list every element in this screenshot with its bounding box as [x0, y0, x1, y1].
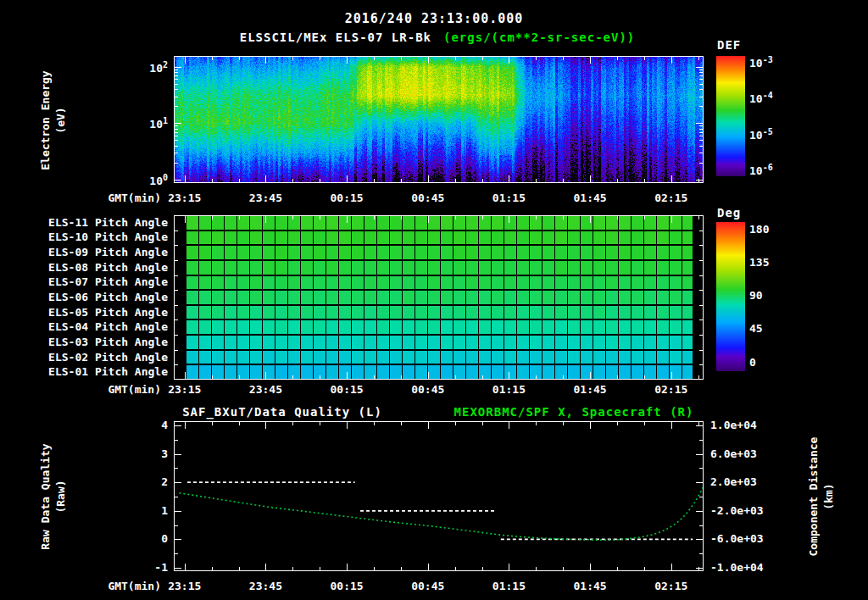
x-tick-00:15: 00:15 [331, 383, 364, 396]
pitch-row-label-11: ELS-01 Pitch Angle [25, 365, 168, 378]
pitch-row-label-6: ELS-06 Pitch Angle [25, 291, 168, 303]
x-tick-01:45: 01:45 [573, 192, 606, 204]
panel1-title: ELSSCIL/MEx ELS-07 LR-Bk [240, 31, 431, 44]
pitch-row-label-4: ELS-08 Pitch Angle [25, 261, 168, 274]
cb2-tick-45: 45 [749, 322, 763, 335]
x-tick-00:45: 00:45 [411, 383, 444, 396]
x-tick-23:45: 23:45 [249, 580, 282, 592]
quality-distance-plot-canvas [174, 421, 704, 571]
p3-right-tick-1.0e+04: 1.0e+04 [710, 419, 757, 431]
cb1-tick-10e-4: 10-4 [749, 91, 773, 105]
x-tick-02:15: 02:15 [654, 383, 687, 396]
panel1-ylabel: Electron Energy (eV) [38, 53, 70, 188]
p3-left-tick-4: 4 [119, 419, 168, 431]
p3-right-tick-2.0e+03: 2.0e+03 [710, 475, 757, 488]
panel3-left-ylabel: Raw Data Quality (Raw) [38, 429, 70, 564]
p3-right-tick--1.0e+04: -1.0e+04 [710, 561, 764, 574]
panel1-units: (ergs/(cm**2-sr-sec-eV)) [443, 31, 635, 44]
panel3-title-right: MEXORBMC/SPF X, Spacecraft (R) [454, 405, 694, 419]
x-tick-01:15: 01:15 [492, 383, 526, 396]
p3-right-tick--2.0e+03: -2.0e+03 [710, 504, 764, 517]
pitch-row-label-1: ELS-11 Pitch Angle [25, 216, 168, 229]
pitch-row-label-3: ELS-09 Pitch Angle [25, 246, 168, 258]
gmt-label-1: GMT(min) [88, 192, 161, 204]
x-tick-00:45: 00:45 [411, 580, 444, 592]
cb2-tick-90: 90 [749, 289, 763, 302]
def-colorbar-canvas [716, 56, 745, 176]
energy-spectrogram-canvas [174, 56, 704, 183]
x-tick-01:45: 01:45 [573, 580, 606, 592]
x-tick-23:45: 23:45 [249, 383, 282, 396]
x-tick-23:15: 23:15 [168, 580, 201, 592]
colorbar2-label: Deg [717, 206, 741, 219]
p3-left-tick-1: 1 [119, 504, 168, 517]
x-tick-01:15: 01:15 [492, 580, 526, 592]
panel1-ylabel-line1: Electron Energy [38, 53, 53, 188]
y-tick-10e2: 102 [102, 60, 168, 75]
panel3-right-ylabel: Component Distance (km) [806, 429, 838, 564]
x-tick-00:15: 00:15 [331, 192, 364, 204]
x-tick-02:15: 02:15 [654, 192, 687, 204]
x-tick-01:45: 01:45 [573, 383, 606, 396]
x-tick-02:15: 02:15 [654, 580, 687, 592]
gmt-label-2: GMT(min) [88, 383, 161, 396]
pitch-row-label-8: ELS-04 Pitch Angle [25, 320, 168, 333]
panel1-ylabel-line2: (eV) [53, 53, 69, 188]
p3-left-tick-3: 3 [119, 447, 168, 460]
gmt-label-3: GMT(min) [88, 580, 161, 592]
panel3-title-left: SAF_BXuT/Data Quality (L) [182, 405, 382, 419]
cb2-tick-0: 0 [749, 356, 756, 369]
p3-right-tick-6.0e+03: 6.0e+03 [710, 447, 757, 460]
panel3-left-ylabel-line2: (Raw) [53, 429, 69, 564]
pitch-row-label-5: ELS-07 Pitch Angle [25, 275, 168, 288]
cb1-tick-10e-6: 10-6 [749, 163, 773, 177]
p3-left-tick-2: 2 [119, 475, 168, 488]
pitch-row-label-9: ELS-03 Pitch Angle [25, 336, 168, 348]
panel3-right-ylabel-line1: Component Distance [806, 429, 821, 564]
panel3-right-ylabel-line2: (km) [821, 429, 837, 564]
p3-left-tick--1: -1 [119, 561, 168, 574]
page-title: 2016/240 23:13:00.000 [345, 11, 524, 26]
cb1-tick-10e-5: 10-5 [749, 127, 773, 142]
x-tick-00:45: 00:45 [411, 192, 444, 204]
plot-root: 2016/240 23:13:00.000 ELSSCIL/MEx ELS-07… [0, 0, 868, 600]
cb1-tick-10e-3: 10-3 [749, 55, 773, 69]
pitch-row-label-10: ELS-02 Pitch Angle [25, 351, 168, 364]
x-tick-01:15: 01:15 [492, 192, 526, 204]
pitch-row-label-7: ELS-05 Pitch Angle [25, 306, 168, 319]
p3-left-tick-0: 0 [119, 532, 168, 545]
x-tick-23:45: 23:45 [249, 192, 282, 204]
deg-colorbar-canvas [716, 222, 745, 371]
x-tick-00:15: 00:15 [331, 580, 364, 592]
panel3-left-ylabel-line1: Raw Data Quality [38, 429, 53, 564]
cb2-tick-135: 135 [749, 256, 769, 269]
y-tick-10e0: 100 [102, 173, 168, 187]
x-tick-23:15: 23:15 [168, 383, 201, 396]
y-tick-10e1: 101 [102, 116, 168, 131]
p3-right-tick--6.0e+03: -6.0e+03 [710, 532, 764, 545]
x-tick-23:15: 23:15 [168, 192, 201, 204]
panel1-header: ELSSCIL/MEx ELS-07 LR-Bk(ergs/(cm**2-sr-… [240, 31, 636, 44]
cb2-tick-180: 180 [749, 223, 769, 236]
pitch-angle-canvas [174, 215, 704, 380]
pitch-row-label-2: ELS-10 Pitch Angle [25, 231, 168, 243]
colorbar1-label: DEF [717, 38, 741, 52]
